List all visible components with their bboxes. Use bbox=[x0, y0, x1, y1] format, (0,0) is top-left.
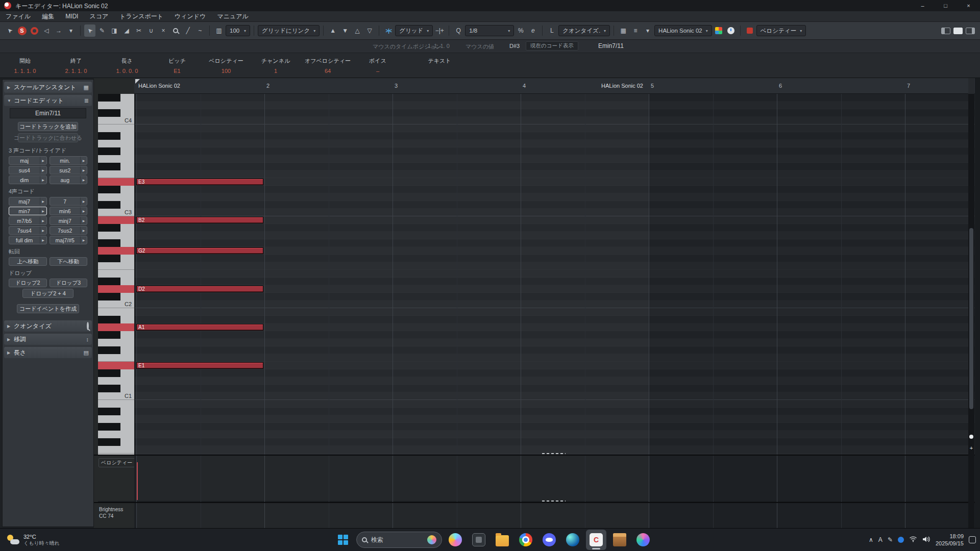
piano-key-G3[interactable] bbox=[98, 155, 134, 163]
piano-key-C#2[interactable] bbox=[98, 293, 134, 300]
infoline-field-2[interactable]: 終了2. 1. 1. 0 bbox=[65, 57, 87, 74]
chord-preview-play-icon[interactable]: ▶ bbox=[80, 166, 87, 174]
wifi-icon[interactable] bbox=[909, 535, 917, 544]
draw-tool[interactable]: ✎ bbox=[96, 24, 108, 37]
piano-key-B0[interactable] bbox=[98, 400, 134, 408]
chord-preview-play-icon[interactable]: ▶ bbox=[80, 227, 87, 234]
chord-button-min6[interactable]: min6▶ bbox=[50, 207, 88, 215]
grid-color-icon[interactable] bbox=[713, 24, 724, 37]
piano-key-G1[interactable] bbox=[98, 339, 134, 346]
chord-preview-play-icon[interactable]: ▶ bbox=[80, 236, 87, 244]
piano-key-G2[interactable] bbox=[98, 247, 134, 255]
right-zone-toggle[interactable] bbox=[965, 24, 976, 37]
chord-preview-play-icon[interactable]: ▶ bbox=[40, 176, 46, 184]
infoline-field-5[interactable]: ベロシティー100 bbox=[209, 57, 243, 74]
piano-key-B1[interactable] bbox=[98, 308, 134, 316]
midi-note-D2[interactable]: D2 bbox=[136, 286, 263, 292]
chord-button-min7[interactable]: min7▶ bbox=[9, 207, 47, 215]
weather-widget[interactable]: 32°C くもり時々晴れ bbox=[6, 529, 60, 551]
notification-center-icon[interactable] bbox=[969, 536, 976, 543]
chord-preview-play-icon[interactable]: ▶ bbox=[40, 236, 46, 244]
chord-preview-play-icon[interactable]: ▶ bbox=[80, 197, 87, 205]
chord-preview-play-icon[interactable]: ▶ bbox=[80, 207, 87, 215]
panel-header-scale-assistant[interactable]: ▶ スケールアシスタント ▦ bbox=[4, 82, 92, 93]
pitch-visibility-icon[interactable]: ▦ bbox=[618, 24, 629, 37]
autoscroll-button[interactable]: → bbox=[53, 24, 64, 37]
chord-button-maj7[interactable]: maj7▶ bbox=[9, 197, 47, 206]
midi-note-B2[interactable]: B2 bbox=[136, 217, 263, 223]
piano-key-F#1[interactable] bbox=[98, 346, 134, 354]
velocity-lane-selector[interactable]: ベロシティー bbox=[99, 458, 135, 467]
trim-tool[interactable]: ◢ bbox=[121, 24, 132, 37]
visibility-options-icon[interactable]: ≡ bbox=[630, 24, 641, 37]
window-layout-toggle[interactable] bbox=[952, 24, 964, 37]
chord-button-dim[interactable]: dim▶ bbox=[9, 176, 47, 184]
chord-button-7sus4[interactable]: 7sus4▶ bbox=[9, 226, 47, 235]
link-to-grid-dropdown[interactable]: グリッドにリンク▾ bbox=[258, 25, 320, 36]
pen-icon[interactable]: ✎ bbox=[888, 536, 893, 543]
transpose-down-button[interactable]: ▽ bbox=[364, 24, 375, 37]
menu-item-トランスポート[interactable]: トランスポート bbox=[114, 12, 169, 21]
infoline-field-6[interactable]: チャンネル1 bbox=[261, 57, 290, 74]
infoline-field-4[interactable]: ピッチE1 bbox=[168, 57, 186, 74]
piano-key-A#3[interactable] bbox=[98, 132, 134, 140]
menu-item-MIDI[interactable]: MIDI bbox=[60, 13, 84, 20]
menu-item-マニュアル[interactable]: マニュアル bbox=[211, 12, 254, 21]
piano-key-G#3[interactable] bbox=[98, 147, 134, 155]
start-button[interactable] bbox=[333, 530, 353, 550]
taskbar-app-discord[interactable] bbox=[539, 530, 559, 550]
mute-tool[interactable]: × bbox=[158, 24, 169, 37]
length-quantize-icon[interactable]: L bbox=[546, 24, 557, 37]
piano-key-D2[interactable] bbox=[98, 285, 134, 293]
iterative-quantize-icon[interactable]: % bbox=[515, 24, 526, 37]
lane-resize-handle[interactable] bbox=[542, 453, 566, 454]
scrollbar-thumb[interactable] bbox=[969, 228, 973, 409]
controller-lane-header[interactable]: Brightness CC 74 bbox=[94, 503, 134, 528]
piano-key-E3[interactable] bbox=[98, 178, 134, 186]
midi-note-A1[interactable]: A1 bbox=[136, 324, 263, 331]
piano-key-C2[interactable]: C2 bbox=[98, 300, 134, 308]
piano-key-F1[interactable] bbox=[98, 354, 134, 362]
clock-widget[interactable]: 18:09 2025/09/15 bbox=[936, 533, 964, 547]
chord-preview-play-icon[interactable]: ▶ bbox=[80, 157, 87, 164]
chord-preview-play-icon[interactable]: ▶ bbox=[40, 166, 46, 174]
piano-key-G#1[interactable] bbox=[98, 331, 134, 339]
panel-header-chord-edit[interactable]: ▼ コードエディット ≣ bbox=[4, 95, 92, 106]
quantize-preset-dropdown[interactable]: 1/8▾ bbox=[465, 25, 514, 36]
ime-indicator[interactable]: A bbox=[878, 536, 883, 543]
menu-item-編集[interactable]: 編集 bbox=[36, 12, 60, 21]
panel-header-length[interactable]: ▶ 長さ ▤ bbox=[4, 347, 92, 358]
chord-preview-play-icon[interactable]: ▶ bbox=[40, 207, 46, 215]
close-button[interactable]: × bbox=[957, 0, 980, 11]
chord-preview-play-icon[interactable]: ▶ bbox=[80, 176, 87, 184]
piano-key-A2[interactable] bbox=[98, 232, 134, 239]
quantize-icon[interactable]: Q bbox=[453, 24, 464, 37]
chord-button-maj[interactable]: maj▶ bbox=[9, 156, 47, 165]
velocity-bar[interactable] bbox=[136, 462, 138, 500]
taskbar-app-explorer[interactable] bbox=[492, 530, 512, 550]
piano-key-A#1[interactable] bbox=[98, 316, 134, 323]
time-display-icon[interactable] bbox=[725, 24, 737, 37]
infoline-field-9[interactable]: テキスト bbox=[428, 57, 451, 68]
time-warp-tool[interactable]: ~ bbox=[194, 24, 206, 37]
chord-display-chip[interactable]: 現在のコード表示 bbox=[526, 41, 578, 51]
piano-key-D4[interactable] bbox=[98, 102, 134, 109]
mouse-pointer-icon[interactable]: ➤ bbox=[4, 24, 15, 37]
acoustic-feedback-button[interactable]: ◁ bbox=[41, 24, 52, 37]
midi-note-E3[interactable]: E3 bbox=[136, 179, 263, 185]
piano-key-F3[interactable] bbox=[98, 170, 134, 178]
part-selector-dropdown[interactable]: HALion Sonic 02▾ bbox=[654, 25, 712, 36]
piano-key-A#0[interactable] bbox=[98, 408, 134, 415]
piano-key-A#2[interactable] bbox=[98, 224, 134, 232]
chord-button-sus2[interactable]: sus2▶ bbox=[50, 166, 88, 174]
chord-button-7[interactable]: 7▶ bbox=[50, 197, 88, 206]
piano-key-G#0[interactable] bbox=[98, 423, 134, 431]
menu-item-スコア[interactable]: スコア bbox=[84, 12, 114, 21]
nudge-up-button[interactable]: ▲ bbox=[327, 24, 338, 37]
chord-button-maj7/#5[interactable]: maj7/#5▶ bbox=[50, 236, 88, 244]
chord-button-7sus2[interactable]: 7sus2▶ bbox=[50, 226, 88, 235]
drop-2-4-button[interactable]: ドロップ2 + 4 bbox=[22, 289, 74, 298]
piano-key-D1[interactable] bbox=[98, 377, 134, 385]
piano-key-D#1[interactable] bbox=[98, 369, 134, 377]
piano-key-D3[interactable] bbox=[98, 193, 134, 201]
